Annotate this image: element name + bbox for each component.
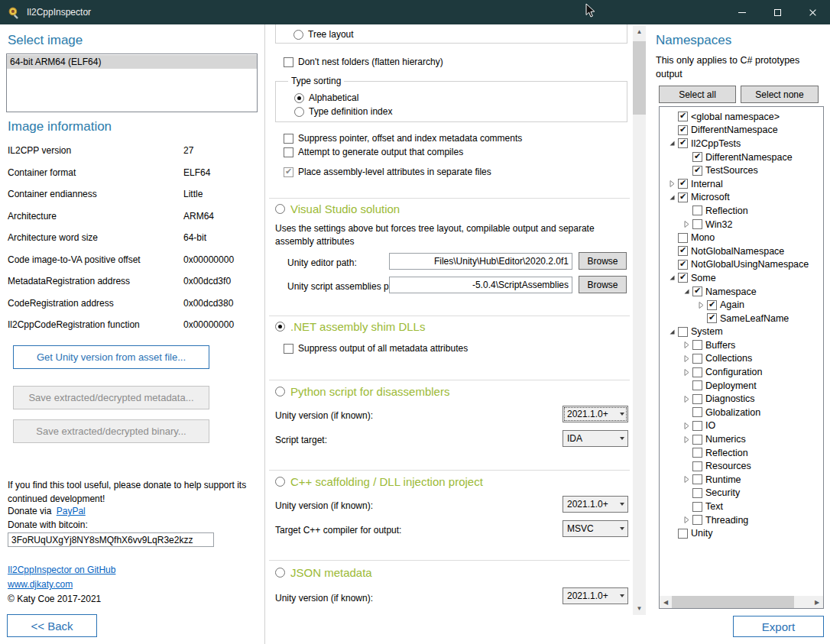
bitcoin-address-input[interactable]: 3FoRUqUXgYj8NY8sMQfhX6vv9LqR3e2kzz [8,532,214,547]
collapse-arrow-icon[interactable] [666,328,678,335]
type-definition-index-radio[interactable]: Type definition index [294,106,392,117]
namespace-checkbox[interactable] [692,421,702,431]
collapse-arrow-icon[interactable] [666,194,678,201]
expand-arrow-icon[interactable] [680,422,692,429]
namespace-item-namespace[interactable]: Namespace [660,285,823,299]
namespace-item-globalization[interactable]: Globalization [660,406,823,419]
namespace-item-collections[interactable]: Collections [660,352,823,366]
flatten-hierarchy-checkbox[interactable]: Don't nest folders (flatten hierarchy) [284,57,443,67]
namespace-item-threading[interactable]: Threading [660,513,823,527]
expand-arrow-icon[interactable] [680,355,692,362]
namespace-checkbox[interactable] [692,380,702,390]
namespace-checkbox[interactable] [707,313,717,323]
namespace-checkbox[interactable] [692,205,702,215]
collapse-arrow-icon[interactable] [666,274,678,281]
namespace-item-resources[interactable]: Resources [660,459,823,473]
script-assemblies-path-input[interactable]: -5.0.4\ScriptAssemblies [389,277,572,293]
namespace-item-diagnostics[interactable]: Diagnostics [660,392,823,406]
image-list-item[interactable]: 64-bit ARM64 (ELF64) [7,55,257,69]
namespace-checkbox[interactable] [692,502,702,512]
python-script-option[interactable]: Python script for disassemblers [275,385,449,398]
maximize-button[interactable] [760,0,795,24]
namespace-item-configuration[interactable]: Configuration [660,365,823,379]
namespace-item-system[interactable]: System [660,325,823,339]
namespace-checkbox[interactable] [678,246,688,256]
namespace-checkbox[interactable] [692,448,702,458]
namespace-item-deployment[interactable]: Deployment [660,379,823,393]
namespace-item-reflection[interactable]: Reflection [660,446,823,460]
expand-arrow-icon[interactable] [680,221,692,228]
namespace-item-unity[interactable]: Unity [660,526,823,540]
namespace-item-text[interactable]: Text [660,500,823,513]
namespace-checkbox[interactable] [692,461,702,471]
namespace-checkbox[interactable] [692,166,702,176]
namespace-checkbox[interactable] [678,273,688,283]
website-link[interactable]: www.djkaty.com [8,579,73,590]
namespace-checkbox[interactable] [692,474,702,484]
back-button[interactable]: << Back [7,614,97,637]
namespace-item-buffers[interactable]: Buffers [660,338,823,352]
paypal-link[interactable]: PayPal [57,506,86,516]
select-all-button[interactable]: Select all [659,86,736,103]
namespace-checkbox[interactable] [678,179,688,189]
namespace-item-sameleafname[interactable]: SameLeafName [660,312,823,325]
namespace-item-notglobalusingnamespace[interactable]: NotGlobalUsingNamespace [660,258,823,272]
namespace-checkbox[interactable] [678,529,688,539]
attempt-compile-checkbox[interactable]: Attempt to generate output that compiles [284,147,463,157]
namespace-checkbox[interactable] [692,286,702,296]
export-button[interactable]: Export [733,616,824,637]
namespace-item-runtime[interactable]: Runtime [660,473,823,487]
cpp-project-option[interactable]: C++ scaffolding / DLL injection project [275,475,483,488]
expand-arrow-icon[interactable] [695,302,707,309]
namespace-item-testsources[interactable]: TestSources [660,163,823,177]
namespace-checkbox[interactable] [692,394,702,404]
tree-layout-radio[interactable]: Tree layout [293,29,354,40]
json-unity-version-select[interactable]: 2021.1.0+ [563,587,628,604]
cpp-compiler-select[interactable]: MSVC [563,520,628,537]
expand-arrow-icon[interactable] [680,341,692,348]
script-target-select[interactable]: IDA [563,430,628,447]
namespace-checkbox[interactable] [678,138,688,148]
suppress-comments-checkbox[interactable]: Suppress pointer, offset and index metad… [284,133,522,144]
browse-assemblies-path-button[interactable]: Browse [579,276,627,293]
namespace-item-numerics[interactable]: Numerics [660,432,823,446]
python-unity-version-select[interactable]: 2021.1.0+ [563,406,628,422]
namespace-checkbox[interactable] [678,260,688,270]
scrollbar-thumb[interactable] [672,596,794,608]
namespace-item-again[interactable]: Again [660,298,823,312]
namespace-item-io[interactable]: IO [660,419,823,433]
namespace-checkbox[interactable] [678,125,688,135]
expand-arrow-icon[interactable] [680,516,692,523]
namespace-item-differentnamespace[interactable]: DifferentNamespace [660,124,823,138]
namespace-checkbox[interactable] [692,340,702,350]
scroll-right-arrow-icon[interactable]: ▶ [811,596,823,608]
namespace-checkbox[interactable] [692,407,702,417]
output-panel-scrollbar[interactable]: ▲ ▼ [633,25,646,615]
namespace-checkbox[interactable] [678,193,688,202]
scroll-up-arrow-icon[interactable]: ▲ [633,25,646,38]
namespace-item-some[interactable]: Some [660,271,823,285]
expand-arrow-icon[interactable] [680,476,692,483]
image-listbox[interactable]: 64-bit ARM64 (ELF64) [6,53,258,112]
expand-arrow-icon[interactable] [680,369,692,376]
browse-editor-path-button[interactable]: Browse [579,252,627,270]
namespace-item-global-namespace[interactable]: <global namespace> [660,110,823,124]
json-metadata-option[interactable]: JSON metadata [275,566,372,579]
namespace-item-win32[interactable]: Win32 [660,218,823,231]
minimize-button[interactable] [725,0,760,24]
scroll-left-arrow-icon[interactable]: ◀ [660,596,672,608]
namespace-item-il2cpptests[interactable]: Il2CppTests [660,137,823,150]
namespace-checkbox[interactable] [678,327,688,337]
namespace-item-security[interactable]: Security [660,487,823,500]
close-button[interactable] [795,0,830,24]
unity-editor-path-input[interactable]: Files\Unity\Hub\Editor\2020.2.0f1 [389,253,572,270]
namespace-item-mono[interactable]: Mono [660,231,823,244]
namespaces-horizontal-scrollbar[interactable]: ◀ ▶ [660,596,823,608]
namespace-item-notglobalnamespace[interactable]: NotGlobalNamespace [660,244,823,258]
namespace-checkbox[interactable] [692,367,702,377]
namespace-checkbox[interactable] [692,515,702,525]
shim-dlls-option[interactable]: .NET assembly shim DLLs [275,320,425,333]
namespace-checkbox[interactable] [692,435,702,445]
collapse-arrow-icon[interactable] [680,288,692,295]
select-none-button[interactable]: Select none [741,86,819,103]
